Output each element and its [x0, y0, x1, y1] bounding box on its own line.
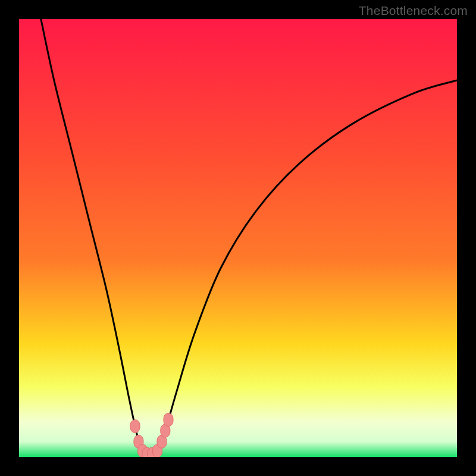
plot-area: [19, 19, 457, 457]
curve-marker: [164, 413, 173, 426]
curve-marker: [130, 419, 140, 433]
bottleneck-chart: [19, 19, 457, 457]
chart-frame: TheBottleneck.com: [0, 0, 476, 476]
watermark-text: TheBottleneck.com: [359, 4, 468, 18]
